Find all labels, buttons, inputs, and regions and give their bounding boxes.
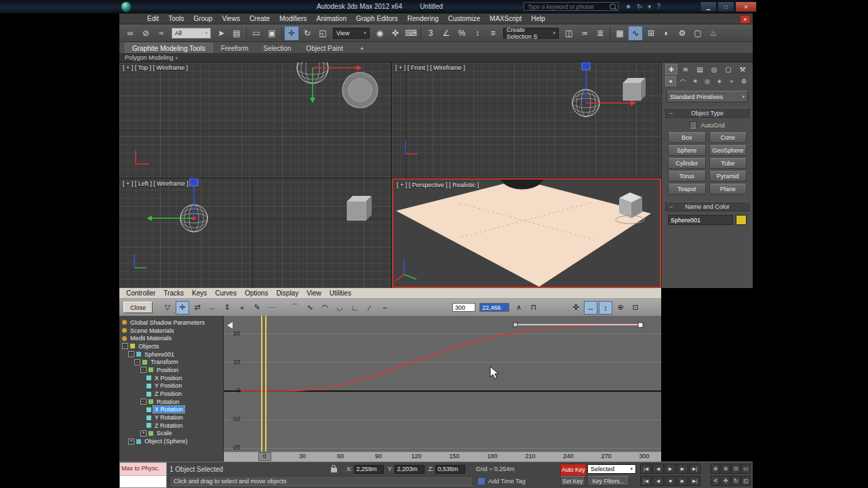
expander-icon[interactable]: - [140,399,146,405]
use-pivot-center-icon[interactable]: ◉ [372,26,387,41]
render-production-icon[interactable]: ♨ [706,26,721,41]
named-selection-set-dropdown[interactable]: Create Selection S [503,28,559,39]
display-tab-icon[interactable]: ▢ [722,64,734,75]
selected-keyframe[interactable] [638,323,643,327]
zoom-value-extents-icon[interactable]: ↕ [599,301,612,314]
viewport-front-label[interactable]: [ + ] [ Front ] [ Wireframe ] [395,64,465,71]
z-coord-field[interactable]: 0,536m [435,465,465,474]
tree-item[interactable]: -Position [119,366,223,374]
viewcube[interactable] [342,73,378,108]
auto-key-button[interactable]: Auto Key [560,464,587,476]
set-tangents-fast-icon[interactable]: ◠ [318,301,332,314]
keyboard-override-icon[interactable]: ⌨ [403,26,418,41]
key-value-field[interactable]: 22,466 [479,303,509,312]
helpers-category-icon[interactable]: ∗ [714,76,725,86]
select-and-link-icon[interactable]: ∞ [123,26,138,41]
tree-item[interactable]: Medit Materials [119,334,223,342]
unlink-selection-icon[interactable]: ⊘ [138,26,153,41]
goto-end-button[interactable]: ▶| [689,464,701,474]
viewport-left[interactable]: [ + ] [ Left ] [ Wireframe ] [119,178,392,288]
add-keys-icon[interactable]: + [235,301,249,314]
expander-icon[interactable]: - [128,351,134,357]
expander-icon[interactable]: - [134,359,140,365]
schematic-view-icon[interactable]: ⊞ [644,26,658,41]
tree-item[interactable]: Y Position [119,382,223,390]
expander-icon[interactable]: + [140,430,146,436]
pyramid-button[interactable]: Pyramid [709,171,747,182]
menu-views[interactable]: Views [217,14,245,24]
tree-item[interactable]: X Position [119,374,223,382]
tree-item[interactable]: Z Position [119,390,223,398]
set-tangents-linear-icon[interactable]: ∕ [363,301,376,314]
menu-animation[interactable]: Animation [311,14,351,24]
select-by-name-icon[interactable]: ▤ [229,26,244,41]
tree-item[interactable]: Z Rotation [119,422,223,430]
close-curve-editor-button[interactable]: Close [123,302,153,313]
help-icon[interactable]: ? [656,2,660,11]
material-editor-icon[interactable]: ◐ [659,26,674,41]
menu-edit[interactable]: Edit [142,14,163,24]
utilities-tab-icon[interactable]: ⚒ [736,64,749,75]
menu-rendering[interactable]: Rendering [403,14,443,24]
selection-lock-icon[interactable] [331,468,337,472]
tree-item[interactable]: Global Shadow Parameters [119,319,223,327]
geosphere-button[interactable]: GeoSphere [709,145,747,156]
viewport-perspective-label[interactable]: [ + ] [ Perspective ] [ Realistic ] [397,182,479,188]
cameras-category-icon[interactable]: ◎ [702,76,713,86]
modify-tab-icon[interactable]: ≋ [679,64,692,75]
viewport-perspective[interactable]: [ + ] [ Perspective ] [ Realistic ] [392,178,661,288]
menu-view[interactable]: View [302,289,326,298]
keyframe[interactable] [513,323,517,327]
y-coord-field[interactable]: 2,203m [395,465,425,474]
object-name-field[interactable]: Sphere001 [668,215,733,225]
object-color-swatch[interactable] [736,215,747,225]
menu-tools[interactable]: Tools [163,14,189,24]
window-crossing-icon[interactable]: ▣ [264,26,279,41]
viewcube[interactable] [347,196,372,220]
space-warps-category-icon[interactable]: ≈ [726,76,737,86]
set-tangents-step-icon[interactable]: ∟ [348,301,361,314]
zoom-icon[interactable]: ⊕ [614,301,627,314]
zoom-extents-icon[interactable]: ⊡ [731,464,741,474]
viewcube[interactable] [623,78,646,100]
previous-key-button[interactable]: |◀ [640,476,652,486]
step-forward-button[interactable]: ▶ [677,476,688,486]
expander-icon[interactable]: - [140,367,146,373]
expander-icon[interactable]: - [122,343,128,349]
ground-plane[interactable] [396,180,651,287]
add-time-tag[interactable]: Add Time Tag [477,476,526,486]
tree-item[interactable]: Scene Materials [119,327,223,335]
key-filters-button[interactable]: Key Filters... [587,476,629,486]
menu-graph-editors[interactable]: Graph Editors [351,14,403,24]
set-tangents-custom-icon[interactable]: ∿ [303,301,317,314]
previous-frame-button[interactable]: ◀ [652,464,664,474]
function-curve-graph[interactable]: 20 10 0 -10 -20 0 3 [224,316,661,462]
menu-create[interactable]: Create [245,14,275,24]
menu-maxscript[interactable]: MAXScript [485,14,526,24]
tree-item[interactable]: -Rotation [119,398,223,406]
expander-icon[interactable]: + [128,439,134,445]
plane-button[interactable]: Plane [709,184,747,195]
close-button[interactable]: ✕ [735,1,757,12]
viewport-top[interactable]: [ + ] [ Top ] [ Wireframe ] [119,62,392,178]
favorites-star-icon[interactable]: ★ [625,2,631,11]
tree-item[interactable]: -Objects [119,342,223,350]
play-button[interactable]: ▶ [665,464,676,474]
layer-manager-icon[interactable]: ≣ [593,26,608,41]
key-time-field[interactable]: 300 [452,303,475,312]
align-icon[interactable]: ≍ [577,26,592,41]
next-frame-button[interactable]: ▶ [677,464,688,474]
ribbon-minimize-icon[interactable]: ▴ [361,45,363,53]
pan-view-icon[interactable]: ✜ [721,476,730,486]
orbit-icon[interactable]: ↻ [731,476,741,486]
polygon-modeling-panel[interactable]: Polygon Modeling [125,54,178,61]
tree-item[interactable]: -Sphere001 [119,350,223,359]
tube-button[interactable]: Tube [709,158,747,169]
render-setup-icon[interactable]: ⚙ [675,26,690,41]
percent-snap-icon[interactable]: % [454,26,469,41]
autogrid-checkbox[interactable] [690,121,697,129]
spinner-snap-icon[interactable]: ↕ [470,26,485,41]
zoom-icon[interactable]: ⊕ [711,464,720,474]
macro-recorder-line[interactable]: Max to Physc. [120,463,166,476]
cone-button[interactable]: Cone [709,132,747,143]
